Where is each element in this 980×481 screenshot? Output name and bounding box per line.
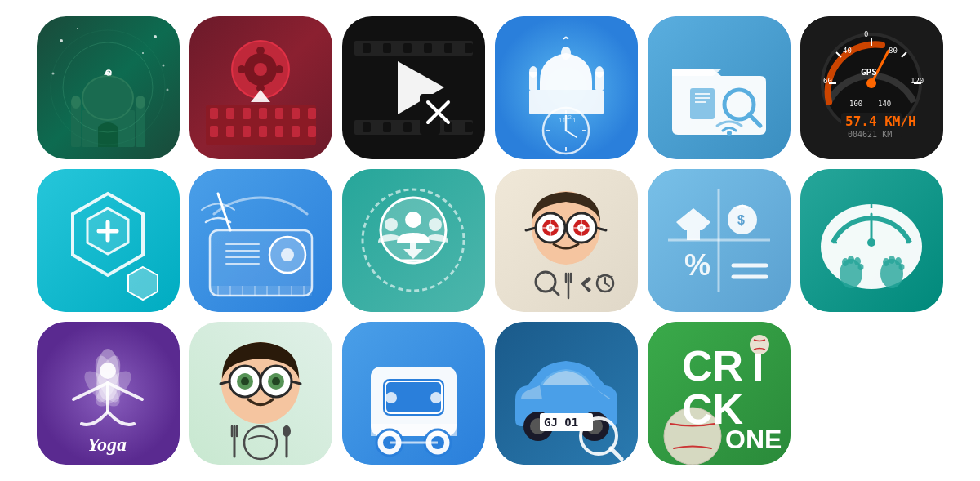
- svg-rect-27: [243, 108, 251, 119]
- svg-rect-31: [308, 108, 316, 119]
- svg-rect-28: [259, 108, 267, 119]
- svg-point-207: [241, 377, 249, 385]
- svg-point-63: [595, 66, 604, 78]
- app-icon-speedometer[interactable]: 0 40 80 60 120 100 140 GPS 57.4 KM/H 004…: [800, 16, 943, 159]
- svg-text:57.4 KM/H: 57.4 KM/H: [845, 114, 916, 129]
- svg-text:004621 KM: 004621 KM: [848, 130, 892, 139]
- app-icon-train[interactable]: [342, 322, 485, 465]
- svg-point-0: [60, 39, 63, 42]
- svg-rect-30: [292, 108, 300, 119]
- svg-rect-47: [465, 43, 473, 53]
- svg-point-82: [727, 131, 732, 136]
- svg-point-61: [529, 66, 537, 78]
- svg-text:0: 0: [864, 30, 868, 38]
- svg-point-220: [385, 392, 397, 403]
- svg-rect-53: [465, 122, 473, 132]
- svg-rect-78: [695, 97, 710, 99]
- svg-text:CR: CR: [682, 342, 743, 390]
- app-icon-radio[interactable]: [189, 169, 332, 312]
- svg-text:12: 12: [564, 114, 572, 121]
- svg-point-133: [429, 218, 442, 231]
- app-icon-file-manager[interactable]: [648, 16, 791, 159]
- svg-point-185: [889, 256, 895, 264]
- svg-rect-35: [259, 126, 267, 137]
- svg-text:140: 140: [878, 100, 891, 108]
- svg-point-177: [867, 238, 875, 247]
- svg-text:$: $: [737, 213, 745, 227]
- app-icon-mute-video[interactable]: [342, 16, 485, 159]
- svg-rect-29: [275, 108, 283, 119]
- app-icon-car-plate[interactable]: GJ 01: [495, 322, 638, 465]
- app-icon-video-compress[interactable]: [189, 16, 332, 159]
- svg-point-242: [750, 335, 769, 354]
- svg-rect-36: [275, 126, 283, 137]
- svg-point-5: [142, 52, 144, 54]
- svg-point-194: [100, 363, 116, 379]
- svg-rect-119: [210, 286, 312, 296]
- svg-point-209: [272, 377, 280, 385]
- svg-rect-76: [690, 88, 715, 119]
- svg-rect-165: [687, 230, 700, 240]
- app-icon-smartr[interactable]: [495, 169, 638, 312]
- svg-text:GJ 01: GJ 01: [544, 416, 578, 429]
- app-icon-cricket[interactable]: CR I CK ONE: [648, 322, 791, 465]
- svg-rect-34: [243, 126, 251, 137]
- svg-rect-49: [383, 122, 391, 132]
- svg-point-22: [238, 65, 246, 73]
- svg-rect-44: [403, 43, 412, 53]
- svg-point-9: [83, 77, 132, 119]
- svg-point-132: [385, 218, 398, 231]
- app-icon-food-app[interactable]: [189, 322, 332, 465]
- svg-rect-37: [292, 126, 300, 137]
- svg-rect-11: [71, 102, 81, 147]
- svg-point-215: [283, 425, 291, 437]
- svg-point-99: [866, 78, 876, 88]
- svg-point-1: [154, 35, 157, 38]
- app-icon-hex-add[interactable]: [37, 169, 180, 312]
- svg-text:%: %: [684, 248, 710, 282]
- app-icon-group-sync[interactable]: [342, 169, 485, 312]
- svg-point-180: [848, 256, 854, 264]
- svg-point-20: [256, 47, 265, 55]
- svg-rect-25: [210, 108, 218, 119]
- svg-point-59: [561, 47, 571, 60]
- svg-point-14: [136, 96, 145, 109]
- svg-point-6: [167, 89, 169, 91]
- svg-point-221: [430, 392, 442, 403]
- svg-text:60: 60: [823, 77, 832, 85]
- svg-point-12: [71, 96, 81, 109]
- app-icon-calculator[interactable]: $ %: [648, 169, 791, 312]
- svg-rect-40: [354, 41, 473, 56]
- svg-point-184: [883, 258, 889, 266]
- svg-text:80: 80: [889, 47, 898, 55]
- svg-rect-32: [210, 126, 218, 137]
- svg-rect-50: [403, 122, 412, 132]
- svg-rect-48: [363, 122, 371, 132]
- app-icon-weight[interactable]: [800, 169, 943, 312]
- app-icon-mosque[interactable]: [37, 16, 180, 159]
- svg-point-131: [405, 212, 421, 228]
- svg-rect-38: [308, 126, 316, 137]
- svg-text:ONE: ONE: [725, 425, 782, 454]
- svg-text:GPS: GPS: [861, 67, 877, 78]
- app-icon-prayer-time[interactable]: 11 12 1: [495, 16, 638, 159]
- svg-rect-79: [695, 101, 706, 103]
- svg-text:40: 40: [843, 47, 852, 55]
- svg-point-187: [899, 264, 905, 270]
- svg-line-161: [611, 276, 612, 278]
- svg-rect-77: [695, 93, 710, 95]
- svg-line-160: [598, 276, 599, 278]
- svg-text:120: 120: [911, 77, 924, 85]
- app-icon-yoga[interactable]: Yoga: [37, 322, 180, 465]
- svg-rect-46: [444, 43, 452, 53]
- svg-point-179: [842, 258, 849, 266]
- svg-marker-109: [128, 267, 158, 300]
- svg-point-2: [163, 65, 165, 67]
- svg-rect-43: [383, 43, 391, 53]
- svg-text:1: 1: [572, 117, 577, 124]
- svg-rect-33: [226, 126, 234, 137]
- svg-point-4: [77, 28, 78, 29]
- svg-point-182: [858, 264, 864, 270]
- svg-rect-41: [354, 120, 473, 135]
- svg-rect-13: [136, 102, 145, 147]
